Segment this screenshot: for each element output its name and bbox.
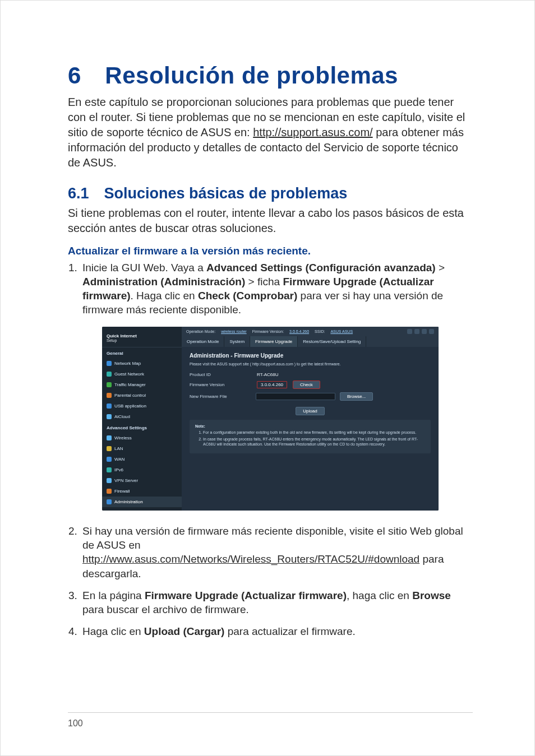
panel-title: Administration - Firmware Upgrade <box>190 353 431 359</box>
step-1: Inicie la GUI Web. Vaya a Advanced Setti… <box>80 261 473 317</box>
wan-icon <box>107 457 112 462</box>
chapter-title: 6 Resolución de problemas <box>68 62 473 89</box>
new-firmware-row: New Firmware File Browse... <box>190 391 431 402</box>
panel-note: Please visit the ASUS support site ( htt… <box>190 362 431 366</box>
new-firmware-label: New Firmware File <box>190 394 251 399</box>
parental-control-icon <box>107 393 112 398</box>
procedure-steps-cont: Si hay una versión de firmware más recie… <box>68 524 473 638</box>
sidebar-label-guest-network: Guest Network <box>114 372 144 377</box>
topbar-ssid-value[interactable]: ASUS ASUS <box>330 330 353 333</box>
sidebar-item-ipv6[interactable]: IPv6 <box>102 465 182 475</box>
sidebar-label-traffic-manager: Traffic Manager <box>114 382 146 387</box>
sidebar-label-usb-application: USB application <box>114 403 146 409</box>
vpn-server-icon <box>107 478 112 483</box>
sidebar-item-parental-control[interactable]: Parental control <box>102 390 182 401</box>
administration-icon <box>107 499 112 504</box>
wireless-icon <box>107 435 112 440</box>
admin-tabs: Operation Mode System Firmware Upgrade R… <box>182 336 439 347</box>
upload-button[interactable]: Upload <box>296 407 324 415</box>
notes-list: For a configuration parameter existing b… <box>195 430 425 447</box>
step1-bold-advanced: Advanced Settings (Configuración avanzad… <box>206 262 436 273</box>
sidebar-label-network-map: Network Map <box>114 361 141 366</box>
intro-support-link[interactable]: http://support.asus.com/ <box>253 126 372 138</box>
tab-firmware-upgrade[interactable]: Firmware Upgrade <box>250 336 298 347</box>
sidebar-label-wan: WAN <box>114 457 124 462</box>
quick-internet-label: Quick Internet <box>107 333 177 338</box>
step4-text1: para actualizar el firmware. <box>224 625 355 637</box>
tab-system[interactable]: System <box>224 336 250 347</box>
sidebar-general-header: General <box>102 347 182 358</box>
sidebar-label-administration: Administration <box>114 499 143 504</box>
sidebar-label-ipv6: IPv6 <box>114 467 123 472</box>
notes-head: Note: <box>195 424 425 428</box>
router-content-area: Operation Mode: wireless router Firmware… <box>182 327 439 511</box>
tab-restore[interactable]: Restore/Save/Upload Setting <box>298 336 366 347</box>
intro-paragraph: En este capítulo se proporcionan solucio… <box>68 95 473 170</box>
sidebar-item-traffic-manager[interactable]: Traffic Manager <box>102 379 182 390</box>
router-sidebar: Quick Internet Setup General Network Map… <box>102 327 182 511</box>
traffic-manager-icon <box>107 382 112 387</box>
firmware-file-input[interactable] <box>256 393 335 400</box>
firmware-version-row: Firmware Version 3.0.0.4.260 Check <box>190 379 431 391</box>
page-number: 100 <box>68 718 83 729</box>
topbar-icon[interactable] <box>422 329 427 334</box>
sidebar-item-usb-application[interactable]: USB application <box>102 401 182 411</box>
sidebar-item-administration[interactable]: Administration <box>102 497 182 507</box>
aicloud-icon <box>107 414 112 419</box>
topbar-icon[interactable] <box>429 329 434 334</box>
router-admin-screenshot: Quick Internet Setup General Network Map… <box>102 327 439 511</box>
topbar-icon[interactable] <box>407 329 412 334</box>
topbar-opmode-value[interactable]: wireless router <box>221 330 247 333</box>
note-2: In case the upgrade process fails, RT-AC… <box>203 437 425 447</box>
sidebar-label-lan: LAN <box>114 446 123 451</box>
section-title: 6.1 Soluciones básicas de problemas <box>68 185 473 202</box>
sidebar-item-firewall[interactable]: Firewall <box>102 486 182 497</box>
tab-operation-mode[interactable]: Operation Mode <box>182 336 224 347</box>
sidebar-item-guest-network[interactable]: Guest Network <box>102 369 182 379</box>
step3-text0: En la página <box>82 590 145 601</box>
step-3: En la página Firmware Upgrade (Actualiza… <box>80 588 473 616</box>
step1-bold-check: Check (Comprobar) <box>198 290 297 302</box>
section-intro: Si tiene problemas con el router, intent… <box>68 206 473 236</box>
firmware-version-value: 3.0.0.4.260 <box>257 381 287 388</box>
firmware-upgrade-panel: Administration - Firmware Upgrade Please… <box>182 347 439 461</box>
firmware-version-label: Firmware Version <box>190 382 251 387</box>
procedure-steps: Inicie la GUI Web. Vaya a Advanced Setti… <box>68 261 473 317</box>
topbar-fw-value[interactable]: 3.0.0.4.260 <box>289 330 309 333</box>
sidebar-label-aicloud: AiCloud <box>114 414 130 419</box>
sidebar-item-wan[interactable]: WAN <box>102 454 182 465</box>
step2-download-link[interactable]: http://www.asus.com/Networks/Wireless_Ro… <box>82 553 419 565</box>
note-1: For a configuration parameter existing b… <box>203 430 425 435</box>
step2-text0: Si hay una versión de firmware más recie… <box>82 525 463 551</box>
step4-bold-upload: Upload (Cargar) <box>144 625 225 637</box>
sidebar-label-parental-control: Parental control <box>114 393 146 398</box>
sidebar-item-vpn-server[interactable]: VPN Server <box>102 475 182 486</box>
topbar-utility-icons <box>407 329 434 334</box>
step-4: Haga clic en Upload (Cargar) para actual… <box>80 624 473 638</box>
panel-notes-box: Note: For a configuration parameter exis… <box>190 420 431 453</box>
lan-icon <box>107 446 112 451</box>
router-topbar: Operation Mode: wireless router Firmware… <box>182 327 439 336</box>
step1-bold-admin: Administration (Administración) <box>82 276 245 287</box>
topbar-icon[interactable] <box>414 329 419 334</box>
sidebar-label-firewall: Firewall <box>114 489 130 494</box>
network-map-icon <box>107 361 112 366</box>
guest-network-icon <box>107 372 112 377</box>
product-id-value: RT-AC68U <box>257 372 279 377</box>
sidebar-item-aicloud[interactable]: AiCloud <box>102 411 182 422</box>
sidebar-item-lan[interactable]: LAN <box>102 443 182 454</box>
sidebar-item-network-map[interactable]: Network Map <box>102 358 182 369</box>
sidebar-item-wireless[interactable]: Wireless <box>102 433 182 443</box>
step1-text: Inicie la GUI Web. Vaya a <box>82 262 206 273</box>
firewall-icon <box>107 489 112 494</box>
step-2: Si hay una versión de firmware más recie… <box>80 524 473 580</box>
check-button[interactable]: Check <box>293 381 320 389</box>
step3-bold-fw: Firmware Upgrade (Actualizar firmware) <box>145 590 347 601</box>
browse-button[interactable]: Browse... <box>340 392 373 401</box>
sidebar-label-vpn: VPN Server <box>114 478 138 483</box>
sidebar-advanced-header: Advanced Settings <box>102 422 182 433</box>
quick-internet-setup[interactable]: Quick Internet Setup <box>102 330 182 347</box>
footer-separator <box>68 712 473 713</box>
product-id-label: Product ID <box>190 372 251 377</box>
step1-sep1: > <box>436 262 445 273</box>
